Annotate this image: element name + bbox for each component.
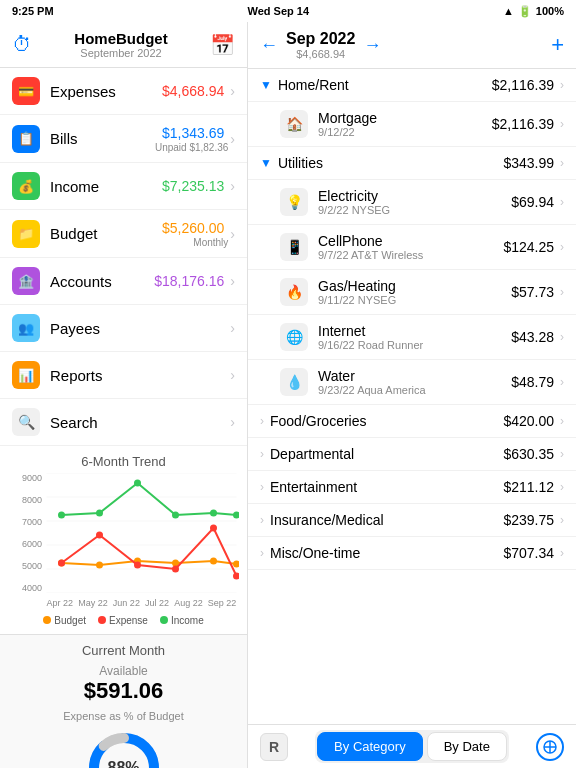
accounts-value: $18,176.16 <box>154 273 224 289</box>
category-utilities[interactable]: ▼ Utilities $343.99 › <box>248 147 576 180</box>
nav-item-bills[interactable]: 📋 Bills $1,343.69 Unpaid $1,82.36 › <box>0 115 247 163</box>
water-icon: 💧 <box>280 368 308 396</box>
chart-y-labels: 9000 8000 7000 6000 5000 4000 <box>8 473 44 593</box>
svg-point-13 <box>96 532 103 539</box>
category-food[interactable]: › Food/Groceries $420.00 › <box>248 405 576 438</box>
internet-icon: 🌐 <box>280 323 308 351</box>
dept-amount: $630.35 <box>503 446 554 462</box>
available-label: Available <box>8 664 239 678</box>
current-month-title: Current Month <box>8 643 239 658</box>
svg-point-15 <box>172 566 179 573</box>
legend-income: Income <box>160 615 204 626</box>
list-item-water[interactable]: 💧 Water 9/23/22 Aqua America $48.79 › <box>248 360 576 405</box>
bottom-bar-right: R By Category By Date <box>248 724 576 768</box>
add-button[interactable]: + <box>551 32 564 58</box>
svg-point-14 <box>134 562 141 569</box>
cellphone-info: CellPhone 9/7/22 AT&T Wireless <box>318 233 503 261</box>
donut-text: 88% <box>107 759 139 768</box>
accounts-chevron: › <box>230 273 235 289</box>
internet-name: Internet <box>318 323 511 339</box>
food-name: Food/Groceries <box>270 413 503 429</box>
search-label: Search <box>50 414 228 431</box>
nav-item-budget[interactable]: 📁 Budget $5,260.00 Monthly › <box>0 210 247 258</box>
electricity-info: Electricity 9/2/22 NYSEG <box>318 188 511 216</box>
reports-icon: 📊 <box>12 361 40 389</box>
list-item-internet[interactable]: 🌐 Internet 9/16/22 Road Runner $43.28 › <box>248 315 576 360</box>
food-chevron: › <box>260 414 264 428</box>
dept-chevron: › <box>260 447 264 461</box>
battery-level: 100% <box>536 5 564 17</box>
internet-date: 9/16/22 Road Runner <box>318 339 511 351</box>
category-departmental[interactable]: › Departmental $630.35 › <box>248 438 576 471</box>
list-item-cellphone[interactable]: 📱 CellPhone 9/7/22 AT&T Wireless $124.25… <box>248 225 576 270</box>
misc-amount: $707.34 <box>503 545 554 561</box>
status-time: 9:25 PM <box>12 5 54 17</box>
budget-label: Budget <box>50 225 162 242</box>
chart-container: 9000 8000 7000 6000 5000 4000 <box>8 473 239 613</box>
dept-arrow: › <box>560 447 564 461</box>
income-chevron: › <box>230 178 235 194</box>
svg-point-11 <box>233 561 239 568</box>
main-layout: ⏱ HomeBudget September 2022 📅 💳 Expenses… <box>0 22 576 768</box>
list-item-gas[interactable]: 🔥 Gas/Heating 9/11/22 NYSEG $57.73 › <box>248 270 576 315</box>
search-chevron: › <box>230 414 235 430</box>
ent-chevron: › <box>260 480 264 494</box>
gas-amount: $57.73 <box>511 284 554 300</box>
month-info: Sep 2022 $4,668.94 <box>286 30 355 60</box>
internet-amount: $43.28 <box>511 329 554 345</box>
grid-view-button[interactable] <box>536 733 564 761</box>
gas-info: Gas/Heating 9/11/22 NYSEG <box>318 278 511 306</box>
water-info: Water 9/23/22 Aqua America <box>318 368 511 396</box>
payees-label: Payees <box>50 320 228 337</box>
nav-item-search[interactable]: 🔍 Search › <box>0 399 247 446</box>
category-insurance[interactable]: › Insurance/Medical $239.75 › <box>248 504 576 537</box>
category-entertainment[interactable]: › Entertainment $211.12 › <box>248 471 576 504</box>
category-home-rent[interactable]: ▼ Home/Rent $2,116.39 › <box>248 69 576 102</box>
budget-icon: 📁 <box>12 220 40 248</box>
utilities-amount: $343.99 <box>503 155 554 171</box>
income-icon: 💰 <box>12 172 40 200</box>
donut-container: 88% <box>8 728 239 768</box>
legend-budget: Budget <box>43 615 86 626</box>
prev-month-button[interactable]: ← <box>260 35 278 56</box>
nav-item-expenses[interactable]: 💳 Expenses $4,668.94 › <box>0 68 247 115</box>
list-item-mortgage[interactable]: 🏠 Mortgage 9/12/22 $2,116.39 › <box>248 102 576 147</box>
budget-value: $5,260.00 <box>162 220 224 236</box>
category-misc[interactable]: › Misc/One-time $707.34 › <box>248 537 576 570</box>
by-category-tab[interactable]: By Category <box>317 732 423 761</box>
app-title: HomeBudget <box>32 30 210 47</box>
svg-point-10 <box>210 558 217 565</box>
left-panel: ⏱ HomeBudget September 2022 📅 💳 Expenses… <box>0 22 248 768</box>
water-amount: $48.79 <box>511 374 554 390</box>
available-amount: $591.06 <box>8 678 239 704</box>
bills-chevron: › <box>230 131 235 147</box>
reports-chevron: › <box>230 367 235 383</box>
gas-name: Gas/Heating <box>318 278 511 294</box>
payees-icon: 👥 <box>12 314 40 342</box>
home-rent-chevron: ▼ <box>260 78 272 92</box>
mortgage-info: Mortgage 9/12/22 <box>318 110 492 138</box>
mortgage-icon: 🏠 <box>280 110 308 138</box>
utilities-chevron: ▼ <box>260 156 272 170</box>
chart-x-labels: Apr 22 May 22 Jun 22 Jul 22 Aug 22 Sep 2… <box>44 593 239 613</box>
status-bar: 9:25 PM Wed Sep 14 ▲ 🔋 100% <box>0 0 576 22</box>
trend-section: 6-Month Trend 9000 8000 7000 6000 5000 4… <box>0 446 247 635</box>
accounts-icon: 🏦 <box>12 267 40 295</box>
utilities-name: Utilities <box>278 155 504 171</box>
nav-item-payees[interactable]: 👥 Payees › <box>0 305 247 352</box>
water-name: Water <box>318 368 511 384</box>
r-badge-button[interactable]: R <box>260 733 288 761</box>
list-item-electricity[interactable]: 💡 Electricity 9/2/22 NYSEG $69.94 › <box>248 180 576 225</box>
calendar-icon[interactable]: 📅 <box>210 33 235 57</box>
misc-arrow: › <box>560 546 564 560</box>
nav-item-accounts[interactable]: 🏦 Accounts $18,176.16 › <box>0 258 247 305</box>
nav-item-reports[interactable]: 📊 Reports › <box>0 352 247 399</box>
next-month-button[interactable]: → <box>363 35 381 56</box>
app-header-center: HomeBudget September 2022 <box>32 30 210 59</box>
bills-value: $1,343.69 <box>162 125 224 141</box>
svg-point-23 <box>233 512 239 519</box>
chart-area <box>44 473 239 593</box>
by-date-tab[interactable]: By Date <box>427 732 507 761</box>
nav-item-income[interactable]: 💰 Income $7,235.13 › <box>0 163 247 210</box>
cellphone-icon: 📱 <box>280 233 308 261</box>
